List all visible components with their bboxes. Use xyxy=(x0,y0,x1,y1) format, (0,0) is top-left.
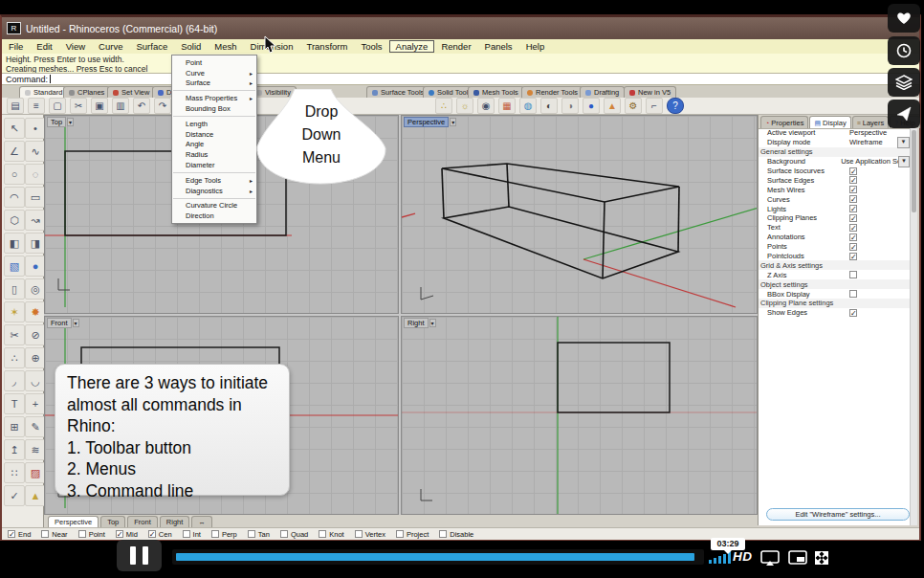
share-button[interactable] xyxy=(888,100,920,128)
vtab-right[interactable]: Right xyxy=(160,516,190,527)
menu-solid[interactable]: Solid xyxy=(174,40,208,53)
color-wheel-icon[interactable]: ◍ xyxy=(519,98,537,114)
cylinder-icon[interactable]: ▯ xyxy=(4,278,25,300)
menu-item-curvature-circle[interactable]: Curvature Circle xyxy=(172,201,256,211)
osnap-knot[interactable]: Knot xyxy=(319,530,343,539)
viewport-menu-arrow-icon[interactable]: ▾ xyxy=(73,319,79,327)
paste-icon[interactable]: ▥ xyxy=(112,98,129,114)
viewport-menu-arrow-icon[interactable]: ▾ xyxy=(450,118,456,126)
osnap-int[interactable]: Int xyxy=(183,530,201,539)
menu-transform[interactable]: Transform xyxy=(299,40,354,53)
panel-scrollbar[interactable] xyxy=(910,128,917,525)
vtab-perspective[interactable]: Perspective xyxy=(48,516,99,527)
watch-later-button[interactable] xyxy=(888,36,920,65)
box-icon[interactable]: ▧ xyxy=(4,256,25,277)
blend-icon[interactable]: ◡ xyxy=(25,370,46,391)
tab-drafting[interactable]: Drafting xyxy=(580,86,625,98)
lock-icon[interactable]: ◉ xyxy=(477,98,495,114)
panel-tab-properties[interactable]: ◔Properties xyxy=(760,116,808,128)
cut-icon[interactable]: ✂ xyxy=(70,98,87,114)
single-point-icon[interactable]: • xyxy=(25,118,46,139)
ellipse-icon[interactable]: ◌ xyxy=(25,164,46,185)
render-sphere-icon[interactable]: ● xyxy=(583,98,600,114)
lights-checkbox[interactable]: ✓ xyxy=(849,205,857,212)
print-icon[interactable]: ≡ xyxy=(28,98,45,114)
check-select-icon[interactable]: ✓ xyxy=(4,485,25,506)
shaded-sphere-icon[interactable]: ◐ xyxy=(540,98,558,114)
viewport-front-label[interactable]: Front ▾ xyxy=(47,318,79,328)
tube-icon[interactable]: ◎ xyxy=(25,278,46,300)
vtab-front[interactable]: Front xyxy=(127,516,158,527)
select-arrow-icon[interactable]: ↖ xyxy=(4,118,25,139)
tab-render-tools[interactable]: Render Tools xyxy=(521,86,583,98)
freeform-curve-icon[interactable]: ↝ xyxy=(25,210,46,231)
group-icon[interactable]: ⊕ xyxy=(25,347,46,368)
scrollbar-thumb[interactable] xyxy=(912,130,916,212)
curves-checkbox[interactable]: ✓ xyxy=(849,195,857,203)
trim-icon[interactable]: ✂ xyxy=(4,324,25,345)
layers-icon[interactable]: ▦ xyxy=(498,98,516,114)
pointclouds-checkbox[interactable]: ✓ xyxy=(849,253,857,260)
menu-help[interactable]: Help xyxy=(519,40,552,53)
vtab-top[interactable]: Top xyxy=(100,516,125,527)
tab-standard[interactable]: Standard xyxy=(19,86,68,98)
menu-item-bounding-box[interactable]: Bounding Box xyxy=(172,103,256,114)
menu-item-edge-tools[interactable]: Edge Tools▸ xyxy=(172,175,256,186)
osnap-cen[interactable]: ✓Cen xyxy=(148,530,172,539)
menu-item-curve[interactable]: Curve▸ xyxy=(172,68,256,78)
viewport-perspective-label[interactable]: Perspective ▾ xyxy=(404,117,456,127)
sphere-icon[interactable]: ● xyxy=(25,256,46,277)
circle-icon[interactable]: ○ xyxy=(4,164,25,185)
tab-mesh-tools[interactable]: Mesh Tools xyxy=(468,86,524,98)
move-icon[interactable]: + xyxy=(25,393,46,414)
arc-icon[interactable]: ◠ xyxy=(4,187,25,208)
copy-icon[interactable]: ▣ xyxy=(91,98,108,114)
extrude-icon[interactable]: ↥ xyxy=(4,439,25,460)
osnap-quad[interactable]: Quad xyxy=(280,530,308,539)
viewport-perspective[interactable]: Perspective ▾ xyxy=(401,115,758,314)
progress-bar[interactable]: 03:29 xyxy=(172,549,704,565)
menu-item-direction[interactable]: Direction xyxy=(172,211,256,221)
menu-curve[interactable]: Curve xyxy=(92,40,129,53)
menu-item-radius[interactable]: Radius xyxy=(172,149,256,160)
z-axis-checkbox[interactable] xyxy=(849,271,857,278)
menu-edit[interactable]: Edit xyxy=(30,40,58,53)
osnap-near[interactable]: Near xyxy=(41,530,67,539)
explode-icon[interactable]: ✸ xyxy=(25,301,46,322)
contour-icon[interactable]: ≋ xyxy=(25,439,46,460)
surface-loft-icon[interactable]: ◨ xyxy=(25,233,46,254)
display-mode-row[interactable]: Display modeWireframe▼ xyxy=(759,138,911,147)
undo-icon[interactable]: ↶ xyxy=(133,98,150,114)
viewport-tabs-expand-icon[interactable]: ↔ xyxy=(191,516,212,527)
viewport-menu-arrow-icon[interactable]: ▾ xyxy=(67,118,74,126)
pause-button[interactable] xyxy=(117,540,162,571)
menu-item-distance[interactable]: Distance xyxy=(172,129,256,140)
dropdown-arrow-icon[interactable]: ▼ xyxy=(898,156,910,167)
airplay-icon[interactable] xyxy=(760,550,780,567)
polyline-icon[interactable]: ∠ xyxy=(4,141,25,162)
menu-item-diameter[interactable]: Diameter xyxy=(172,160,256,170)
split-icon[interactable]: ⊘ xyxy=(25,324,46,345)
dropdown-arrow-icon[interactable]: ▼ xyxy=(897,137,910,148)
osnap-vertex[interactable]: Vertex xyxy=(355,530,385,539)
control-curve-icon[interactable]: ∿ xyxy=(25,141,46,162)
like-button[interactable] xyxy=(888,4,920,33)
redo-icon[interactable]: ↷ xyxy=(154,98,171,114)
clipping-planes-checkbox[interactable]: ✓ xyxy=(849,214,857,222)
grid-array-icon[interactable]: ∷ xyxy=(4,462,25,483)
menu-file[interactable]: File xyxy=(2,40,30,53)
osnap-end[interactable]: ✓End xyxy=(8,530,31,539)
background-row[interactable]: BackgroundUse Application Settings▼ xyxy=(759,157,911,167)
menu-mesh[interactable]: Mesh xyxy=(208,40,243,53)
menu-item-point[interactable]: Point xyxy=(172,57,256,68)
section-icon[interactable]: ▨ xyxy=(25,462,46,483)
menu-item-angle[interactable]: Angle xyxy=(172,140,256,150)
panel-tab-display[interactable]: ▤Display xyxy=(809,116,850,128)
tab-set-view[interactable]: Set View xyxy=(107,86,155,98)
osnap-project[interactable]: Project xyxy=(396,530,429,539)
bbox-display-checkbox[interactable] xyxy=(849,290,857,298)
hd-badge[interactable]: HD xyxy=(733,549,753,564)
show-edges-checkbox[interactable]: ✓ xyxy=(849,309,857,317)
polygon-icon[interactable]: ⬡ xyxy=(4,210,25,231)
viewport-top-label[interactable]: Top ▾ xyxy=(47,117,74,127)
